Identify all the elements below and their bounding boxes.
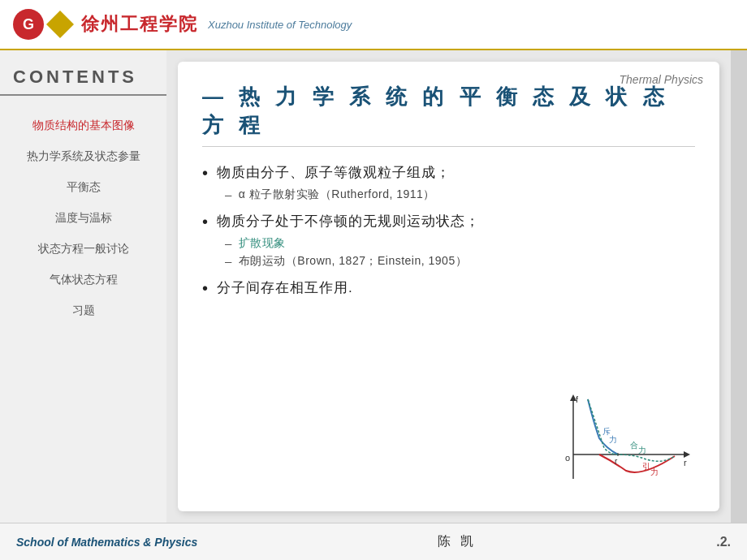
svg-text:力: 力 — [650, 467, 658, 476]
sidebar: CONTENTS 物质结构的基本图像 热力学系统及状态参量 平衡态 温度与温标 … — [0, 50, 166, 523]
footer-page: .2. — [716, 535, 731, 549]
svg-text:引: 引 — [642, 462, 650, 471]
logo-diamond-icon — [46, 11, 74, 38]
bullet-dot-3: • — [202, 278, 209, 298]
molecular-force-diagram: o f r 斥 力 合 力 引 — [557, 390, 695, 495]
sub-dash-2b: – — [225, 254, 232, 268]
sidebar-item-0[interactable]: 物质结构的基本图像 — [0, 110, 166, 141]
bullet-text-1: 物质由分子、原子等微观粒子组成； — [217, 163, 451, 182]
slide-title: — 热 力 学 系 统 的 平 衡 态 及 状 态 方 程 — [202, 83, 695, 147]
footer-presenter: 陈 凯 — [197, 533, 716, 550]
footer-school: School of Mathematics & Physics — [16, 536, 197, 549]
sidebar-item-4[interactable]: 状态方程一般讨论 — [0, 234, 166, 265]
sub-text-1: α 粒子散射实验（Rutherford, 1911） — [239, 187, 435, 202]
school-name-en: Xuzhou Institute of Technology — [208, 19, 352, 31]
svg-text:o: o — [565, 453, 570, 463]
bullet-dot-1: • — [202, 163, 209, 183]
bullet-text-3: 分子间存在相互作用. — [217, 278, 353, 297]
bullet-item-2: • 物质分子处于不停顿的无规则运动状态； — [202, 212, 695, 231]
sub-dash-1: – — [225, 187, 232, 201]
bullet-dot-2: • — [202, 212, 209, 231]
header: G 徐州工程学院 Xuzhou Institute of Technology — [0, 0, 747, 50]
bullet-item-1: • 物质由分子、原子等微观粒子组成； — [202, 163, 695, 183]
sub-item-2b: – 布朗运动（Brown, 1827；Einstein, 1905） — [225, 254, 695, 269]
sub-dash-2a: – — [225, 236, 232, 250]
right-strip — [731, 50, 747, 523]
content-area: Thermal Physics — 热 力 学 系 统 的 平 衡 态 及 状 … — [166, 50, 731, 523]
svg-marker-3 — [684, 451, 690, 458]
bullet-text-2: 物质分子处于不停顿的无规则运动状态； — [217, 212, 480, 230]
school-name-cn: 徐州工程学院 — [81, 12, 198, 37]
svg-text:合: 合 — [630, 441, 638, 450]
svg-text:力: 力 — [609, 435, 617, 444]
sub-item-1: – α 粒子散射实验（Rutherford, 1911） — [225, 187, 695, 202]
sidebar-item-1[interactable]: 热力学系统及状态参量 — [0, 141, 166, 172]
svg-text:f: f — [576, 394, 579, 404]
svg-text:r: r — [684, 458, 687, 467]
logo-circle-icon: G — [13, 9, 44, 40]
sidebar-item-5[interactable]: 气体状态方程 — [0, 265, 166, 295]
slide-card: Thermal Physics — 热 力 学 系 统 的 平 衡 态 及 状 … — [178, 62, 719, 511]
sub-item-2a: – 扩散现象 — [225, 236, 695, 251]
footer: School of Mathematics & Physics 陈 凯 .2. — [0, 523, 747, 560]
sidebar-item-6[interactable]: 习题 — [0, 295, 166, 326]
bullet-item-3: • 分子间存在相互作用. — [202, 278, 695, 298]
sidebar-item-3[interactable]: 温度与温标 — [0, 203, 166, 234]
sub-text-2b: 布朗运动（Brown, 1827；Einstein, 1905） — [239, 254, 467, 269]
sidebar-item-2[interactable]: 平衡态 — [0, 172, 166, 203]
thermal-physics-label: Thermal Physics — [620, 73, 703, 86]
sub-text-2a: 扩散现象 — [239, 236, 286, 251]
contents-label: CONTENTS — [0, 67, 166, 96]
svg-text:力: 力 — [638, 446, 646, 454]
main-layout: CONTENTS 物质结构的基本图像 热力学系统及状态参量 平衡态 温度与温标 … — [0, 50, 747, 523]
